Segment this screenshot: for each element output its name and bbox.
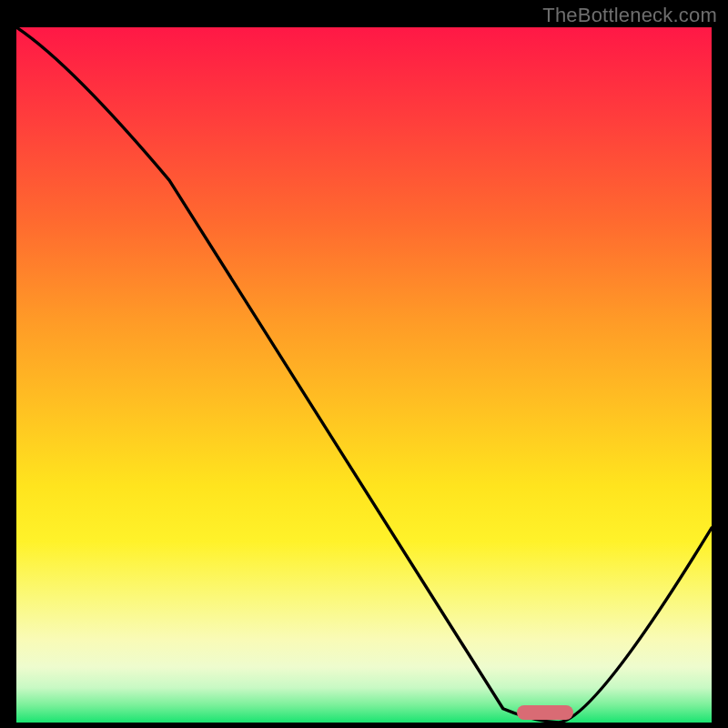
watermark-text: TheBottleneck.com (542, 4, 717, 27)
chart-background-gradient (16, 27, 712, 723)
optimal-range-marker (517, 705, 573, 720)
chart-area (16, 27, 712, 723)
